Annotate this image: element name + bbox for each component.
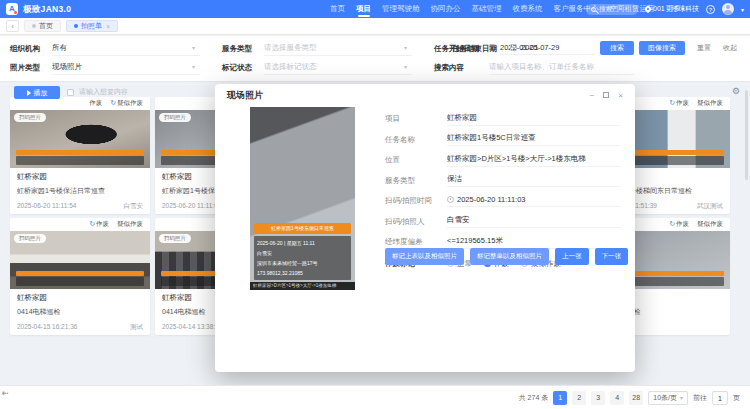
end-date-label: 任务结束日期 — [452, 44, 497, 54]
photo-type-badge: 扫码照片 — [159, 234, 191, 243]
top-navbar: A 极致JAN3.0 首页 项目 管理驾驶舱 协同办公 基础管理 收费系统 客户… — [0, 0, 750, 18]
card-person: 测试 — [130, 323, 143, 332]
search-icon — [591, 7, 596, 12]
card-project: 虹桥家园 — [17, 293, 143, 303]
modal-title: 现场照片 — [227, 89, 581, 102]
card-person: 白雪安 — [124, 202, 144, 211]
watermark-coords: 173.98012,32.21085 — [257, 268, 348, 278]
photo-card[interactable]: ↻作废 疑似作废 扫码照片 虹桥家园 0414电梯巡检 2025-04-15 1… — [10, 218, 150, 335]
tab-dot-icon — [32, 24, 36, 28]
tab-photo-order[interactable]: 拍照单 × — [66, 20, 118, 32]
tabs-back-button[interactable]: ‹ — [6, 20, 19, 32]
scan-time-label: 扫码/拍照时间 — [385, 196, 447, 206]
watermark-address: 深圳市未来城经贸一路17号 — [257, 258, 348, 268]
brand-title: 极致JAN3.0 — [23, 0, 71, 18]
tab-home-label: 首页 — [39, 21, 53, 31]
mark-icon: ↻ — [89, 220, 95, 227]
suspect-void-action[interactable]: 疑似作废 — [117, 220, 143, 229]
menu-item-base[interactable]: 基础管理 — [472, 0, 502, 18]
photo-thumbnail[interactable]: 扫码照片 — [10, 110, 150, 168]
photo-type-badge: 扫码照片 — [14, 234, 46, 243]
menu-item-office[interactable]: 协同办公 — [431, 0, 461, 18]
minimize-icon[interactable]: − — [590, 91, 595, 100]
play-icon — [27, 90, 31, 96]
select-all-checkbox[interactable] — [67, 89, 74, 96]
tab-dot-icon — [74, 24, 78, 28]
avatar[interactable] — [722, 3, 734, 15]
quick-search-input[interactable]: 请输入想要内容 — [79, 87, 128, 97]
navbar-right: 搜索 001 - 环球科技 ? ▾ — [586, 0, 744, 18]
void-action[interactable]: ↻作废 — [669, 99, 689, 108]
project-label: 项目 — [385, 114, 447, 124]
tab-bar: ‹ 首页 拍照单 × — [0, 18, 750, 35]
card-person: 武汉测试 — [697, 202, 723, 211]
app-logo: A — [6, 3, 18, 15]
tab-home[interactable]: 首页 — [24, 20, 61, 32]
suspect-void-action[interactable]: 疑似作废 — [697, 99, 723, 108]
watermark-person: 白雪安 — [257, 248, 348, 258]
close-icon[interactable]: × — [618, 91, 623, 100]
task-value: 虹桥家园1号楼5C日常巡查 — [447, 133, 621, 146]
scan-person-value: 白雪安 — [447, 215, 621, 228]
clock-icon — [447, 196, 454, 203]
card-body: 虹桥家园 0414电梯巡检 2025-04-15 16:21:36测试 — [10, 289, 150, 332]
mark-icon: ↻ — [669, 99, 675, 106]
suspect-void-action[interactable]: ↻疑似作废 — [110, 99, 143, 108]
scrollbar[interactable] — [745, 90, 748, 180]
card-actions: ↻作废 疑似作废 — [10, 218, 150, 231]
deviation-label: 经纬度偏差 — [385, 237, 447, 247]
modal-header: 现场照片 − × — [215, 84, 635, 106]
menu-item-project[interactable]: 项目 — [356, 0, 371, 18]
photo-type-badge: 扫码照片 — [14, 113, 46, 122]
void-action[interactable]: 作废 — [89, 99, 102, 108]
photo-card[interactable]: 作废 ↻疑似作废 扫码照片 虹桥家园 虹桥家园1号楼保洁日常巡查 2025-06… — [10, 97, 150, 214]
next-photo-button[interactable]: 下一张 — [595, 248, 629, 265]
photo-thumbnail[interactable]: 扫码照片 — [10, 231, 150, 289]
card-task: 0414电梯巡检 — [17, 307, 143, 317]
org-selector[interactable]: 001 - 环球科技 — [645, 4, 699, 14]
user-chevron-down-icon[interactable]: ▾ — [741, 6, 744, 13]
mark-order-similar-button[interactable]: 标记整单以及相似照片 — [470, 248, 549, 265]
mark-similar-button[interactable]: 标记上表以及相似照片 — [385, 248, 464, 265]
end-date-input[interactable]: 2025-07-29 — [521, 43, 591, 55]
task-label: 任务名称 — [385, 135, 447, 145]
card-date: 2025-06-20 11:11:03 — [162, 202, 221, 211]
scan-time-value: 2025-06-20 11:11:03 — [457, 195, 526, 204]
void-action[interactable]: ↻作废 — [89, 220, 109, 229]
modal-buttons: 标记上表以及相似照片 标记整单以及相似照片 上一张 下一张 — [385, 248, 628, 265]
watermark-strip — [16, 150, 144, 155]
photo-detail-modal: 现场照片 − × 虹桥家园1号楼东侧日常巡查 2025-06-20 | 星期五 … — [215, 84, 635, 372]
watermark-strip — [16, 271, 144, 276]
service-type-value: 保洁 — [447, 174, 621, 187]
help-icon[interactable]: ? — [706, 5, 715, 14]
menu-item-home[interactable]: 首页 — [330, 0, 345, 18]
next-page-icon[interactable]: › — [0, 386, 750, 400]
watermark-strip — [16, 156, 144, 165]
search-label: 搜索 — [599, 5, 612, 14]
photo-type-badge: 扫码照片 — [159, 113, 191, 122]
deviation-value: <=1219565.15米 — [447, 236, 621, 249]
card-project: 虹桥家园 — [17, 172, 143, 182]
watermark-datetime: 2025-06-20 | 星期五 11:11 — [257, 238, 348, 248]
card-task: 虹桥家园1号楼保洁日常巡查 — [17, 186, 143, 196]
pagination-bar: 共 274 条 ‹ 1 2 3 4 ••• 28 › 10条/页▾ 前往 1 页 — [0, 385, 750, 409]
service-type-label: 服务类型 — [385, 176, 447, 186]
calendar-icon — [510, 44, 517, 51]
suspect-void-action[interactable]: 疑似作废 — [697, 220, 723, 229]
prev-photo-button[interactable]: 上一张 — [555, 248, 589, 265]
watermark-path: 虹桥家园>D片区>1号楼>大厅->1楼东电梯 — [250, 282, 355, 290]
card-date: 2025-06-20 11:11:54 — [17, 202, 76, 211]
modal-photo[interactable]: 虹桥家园1号楼东侧日常巡查 2025-06-20 | 星期五 11:11 白雪安… — [250, 107, 355, 290]
location-value: 虹桥家园>D片区>1号楼>大厅->1楼东电梯 — [447, 154, 621, 167]
global-search-input[interactable]: 搜索 — [586, 4, 638, 15]
filter-end-date: 任务结束日期 2025-07-29 — [0, 36, 750, 56]
play-button[interactable]: 播放 — [14, 86, 60, 99]
menu-item-dashboard[interactable]: 管理驾驶舱 — [382, 0, 420, 18]
tab-close-icon[interactable]: × — [106, 23, 110, 30]
location-label: 位置 — [385, 155, 447, 165]
void-action[interactable]: ↻作废 — [669, 220, 689, 229]
gear-icon[interactable]: ⚙ — [732, 86, 740, 96]
tab-photo-order-label: 拍照单 — [81, 21, 102, 31]
menu-item-fee[interactable]: 收费系统 — [513, 0, 543, 18]
maximize-icon[interactable] — [603, 92, 609, 98]
